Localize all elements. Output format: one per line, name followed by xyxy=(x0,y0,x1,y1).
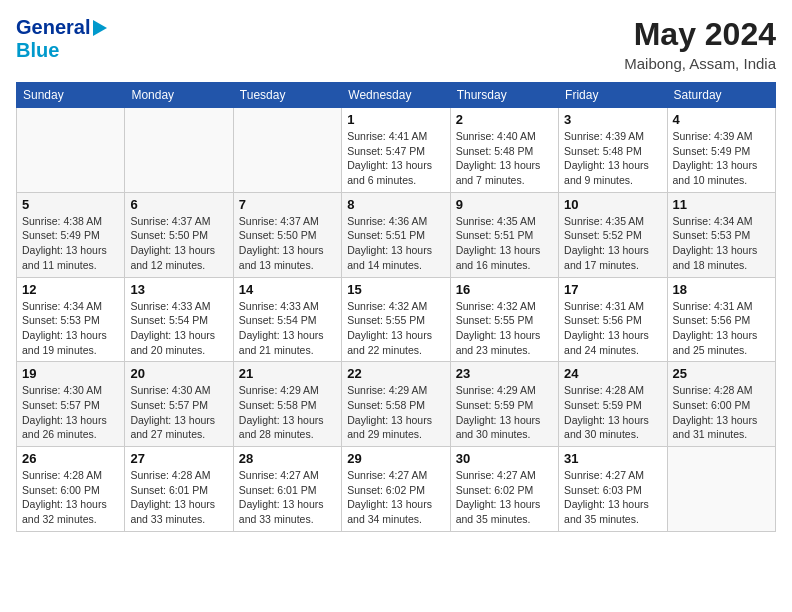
calendar-cell: 1Sunrise: 4:41 AM Sunset: 5:47 PM Daylig… xyxy=(342,108,450,193)
day-info: Sunrise: 4:27 AM Sunset: 6:01 PM Dayligh… xyxy=(239,468,336,527)
weekday-header-tuesday: Tuesday xyxy=(233,83,341,108)
calendar-cell: 12Sunrise: 4:34 AM Sunset: 5:53 PM Dayli… xyxy=(17,277,125,362)
day-info: Sunrise: 4:32 AM Sunset: 5:55 PM Dayligh… xyxy=(456,299,553,358)
calendar-cell: 18Sunrise: 4:31 AM Sunset: 5:56 PM Dayli… xyxy=(667,277,775,362)
day-info: Sunrise: 4:37 AM Sunset: 5:50 PM Dayligh… xyxy=(239,214,336,273)
calendar-week-1: 1Sunrise: 4:41 AM Sunset: 5:47 PM Daylig… xyxy=(17,108,776,193)
calendar-cell: 11Sunrise: 4:34 AM Sunset: 5:53 PM Dayli… xyxy=(667,192,775,277)
day-number: 30 xyxy=(456,451,553,466)
calendar-cell: 31Sunrise: 4:27 AM Sunset: 6:03 PM Dayli… xyxy=(559,447,667,532)
day-number: 8 xyxy=(347,197,444,212)
calendar-week-5: 26Sunrise: 4:28 AM Sunset: 6:00 PM Dayli… xyxy=(17,447,776,532)
day-info: Sunrise: 4:31 AM Sunset: 5:56 PM Dayligh… xyxy=(564,299,661,358)
calendar-cell: 6Sunrise: 4:37 AM Sunset: 5:50 PM Daylig… xyxy=(125,192,233,277)
logo-arrow-icon xyxy=(93,20,107,36)
calendar-cell xyxy=(667,447,775,532)
day-info: Sunrise: 4:39 AM Sunset: 5:48 PM Dayligh… xyxy=(564,129,661,188)
calendar-cell: 25Sunrise: 4:28 AM Sunset: 6:00 PM Dayli… xyxy=(667,362,775,447)
day-info: Sunrise: 4:41 AM Sunset: 5:47 PM Dayligh… xyxy=(347,129,444,188)
calendar-cell: 10Sunrise: 4:35 AM Sunset: 5:52 PM Dayli… xyxy=(559,192,667,277)
day-number: 10 xyxy=(564,197,661,212)
calendar-cell: 9Sunrise: 4:35 AM Sunset: 5:51 PM Daylig… xyxy=(450,192,558,277)
day-info: Sunrise: 4:30 AM Sunset: 5:57 PM Dayligh… xyxy=(130,383,227,442)
calendar-cell: 2Sunrise: 4:40 AM Sunset: 5:48 PM Daylig… xyxy=(450,108,558,193)
calendar-cell: 3Sunrise: 4:39 AM Sunset: 5:48 PM Daylig… xyxy=(559,108,667,193)
day-number: 31 xyxy=(564,451,661,466)
calendar-cell: 16Sunrise: 4:32 AM Sunset: 5:55 PM Dayli… xyxy=(450,277,558,362)
day-number: 25 xyxy=(673,366,770,381)
day-info: Sunrise: 4:34 AM Sunset: 5:53 PM Dayligh… xyxy=(22,299,119,358)
day-info: Sunrise: 4:28 AM Sunset: 6:01 PM Dayligh… xyxy=(130,468,227,527)
weekday-header-wednesday: Wednesday xyxy=(342,83,450,108)
day-number: 28 xyxy=(239,451,336,466)
day-number: 27 xyxy=(130,451,227,466)
weekday-header-monday: Monday xyxy=(125,83,233,108)
day-number: 29 xyxy=(347,451,444,466)
day-info: Sunrise: 4:28 AM Sunset: 5:59 PM Dayligh… xyxy=(564,383,661,442)
day-number: 16 xyxy=(456,282,553,297)
day-info: Sunrise: 4:29 AM Sunset: 5:58 PM Dayligh… xyxy=(347,383,444,442)
logo-blue: Blue xyxy=(16,39,59,61)
calendar-cell: 7Sunrise: 4:37 AM Sunset: 5:50 PM Daylig… xyxy=(233,192,341,277)
day-number: 2 xyxy=(456,112,553,127)
day-number: 17 xyxy=(564,282,661,297)
day-number: 1 xyxy=(347,112,444,127)
calendar-cell xyxy=(17,108,125,193)
calendar-week-4: 19Sunrise: 4:30 AM Sunset: 5:57 PM Dayli… xyxy=(17,362,776,447)
day-info: Sunrise: 4:27 AM Sunset: 6:02 PM Dayligh… xyxy=(456,468,553,527)
day-info: Sunrise: 4:38 AM Sunset: 5:49 PM Dayligh… xyxy=(22,214,119,273)
day-number: 3 xyxy=(564,112,661,127)
day-info: Sunrise: 4:33 AM Sunset: 5:54 PM Dayligh… xyxy=(130,299,227,358)
day-number: 7 xyxy=(239,197,336,212)
day-number: 15 xyxy=(347,282,444,297)
calendar-cell: 17Sunrise: 4:31 AM Sunset: 5:56 PM Dayli… xyxy=(559,277,667,362)
logo: General Blue xyxy=(16,16,107,62)
calendar-cell: 22Sunrise: 4:29 AM Sunset: 5:58 PM Dayli… xyxy=(342,362,450,447)
title-section: May 2024 Maibong, Assam, India xyxy=(624,16,776,72)
day-info: Sunrise: 4:29 AM Sunset: 5:58 PM Dayligh… xyxy=(239,383,336,442)
day-number: 14 xyxy=(239,282,336,297)
weekday-header-friday: Friday xyxy=(559,83,667,108)
calendar-cell: 19Sunrise: 4:30 AM Sunset: 5:57 PM Dayli… xyxy=(17,362,125,447)
day-number: 5 xyxy=(22,197,119,212)
weekday-header-saturday: Saturday xyxy=(667,83,775,108)
calendar-table: SundayMondayTuesdayWednesdayThursdayFrid… xyxy=(16,82,776,532)
day-info: Sunrise: 4:27 AM Sunset: 6:02 PM Dayligh… xyxy=(347,468,444,527)
calendar-cell: 26Sunrise: 4:28 AM Sunset: 6:00 PM Dayli… xyxy=(17,447,125,532)
calendar-cell: 14Sunrise: 4:33 AM Sunset: 5:54 PM Dayli… xyxy=(233,277,341,362)
weekday-header-sunday: Sunday xyxy=(17,83,125,108)
day-info: Sunrise: 4:35 AM Sunset: 5:51 PM Dayligh… xyxy=(456,214,553,273)
day-info: Sunrise: 4:36 AM Sunset: 5:51 PM Dayligh… xyxy=(347,214,444,273)
day-number: 20 xyxy=(130,366,227,381)
month-year: May 2024 xyxy=(624,16,776,53)
page-header: General Blue May 2024 Maibong, Assam, In… xyxy=(16,16,776,72)
weekday-header-thursday: Thursday xyxy=(450,83,558,108)
calendar-cell: 29Sunrise: 4:27 AM Sunset: 6:02 PM Dayli… xyxy=(342,447,450,532)
day-info: Sunrise: 4:33 AM Sunset: 5:54 PM Dayligh… xyxy=(239,299,336,358)
day-number: 21 xyxy=(239,366,336,381)
day-number: 22 xyxy=(347,366,444,381)
day-info: Sunrise: 4:30 AM Sunset: 5:57 PM Dayligh… xyxy=(22,383,119,442)
day-number: 19 xyxy=(22,366,119,381)
day-info: Sunrise: 4:37 AM Sunset: 5:50 PM Dayligh… xyxy=(130,214,227,273)
calendar-cell: 27Sunrise: 4:28 AM Sunset: 6:01 PM Dayli… xyxy=(125,447,233,532)
day-number: 9 xyxy=(456,197,553,212)
location: Maibong, Assam, India xyxy=(624,55,776,72)
day-number: 23 xyxy=(456,366,553,381)
calendar-cell xyxy=(125,108,233,193)
day-info: Sunrise: 4:35 AM Sunset: 5:52 PM Dayligh… xyxy=(564,214,661,273)
calendar-cell xyxy=(233,108,341,193)
calendar-cell: 20Sunrise: 4:30 AM Sunset: 5:57 PM Dayli… xyxy=(125,362,233,447)
day-number: 24 xyxy=(564,366,661,381)
calendar-header-row: SundayMondayTuesdayWednesdayThursdayFrid… xyxy=(17,83,776,108)
calendar-cell: 23Sunrise: 4:29 AM Sunset: 5:59 PM Dayli… xyxy=(450,362,558,447)
day-number: 6 xyxy=(130,197,227,212)
calendar-cell: 13Sunrise: 4:33 AM Sunset: 5:54 PM Dayli… xyxy=(125,277,233,362)
day-number: 11 xyxy=(673,197,770,212)
day-info: Sunrise: 4:39 AM Sunset: 5:49 PM Dayligh… xyxy=(673,129,770,188)
calendar-week-2: 5Sunrise: 4:38 AM Sunset: 5:49 PM Daylig… xyxy=(17,192,776,277)
day-info: Sunrise: 4:29 AM Sunset: 5:59 PM Dayligh… xyxy=(456,383,553,442)
day-info: Sunrise: 4:28 AM Sunset: 6:00 PM Dayligh… xyxy=(673,383,770,442)
day-info: Sunrise: 4:40 AM Sunset: 5:48 PM Dayligh… xyxy=(456,129,553,188)
day-number: 13 xyxy=(130,282,227,297)
